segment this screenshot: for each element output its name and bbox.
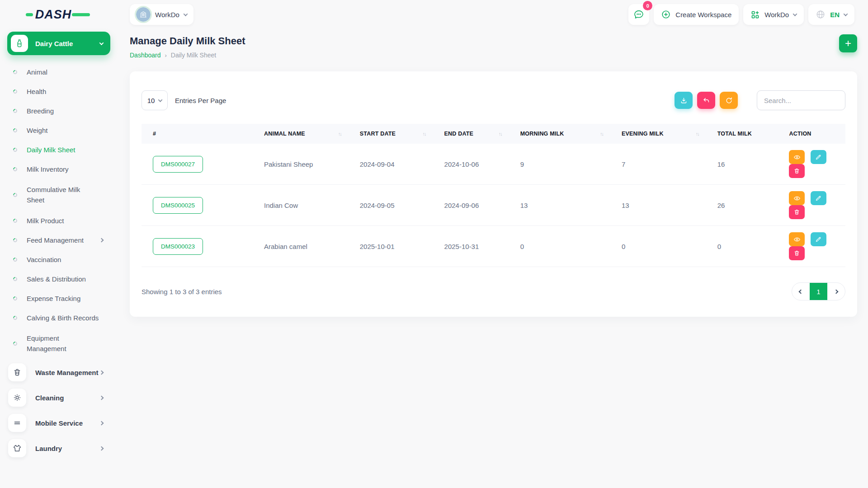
search-input[interactable] bbox=[757, 90, 845, 110]
language-selector[interactable]: EN bbox=[808, 4, 854, 25]
eye-icon bbox=[793, 154, 801, 161]
sidebar-module-cleaning[interactable]: Cleaning bbox=[7, 385, 110, 410]
chat-bubble-icon bbox=[633, 9, 644, 20]
sort-icon[interactable]: ↑↓ bbox=[338, 131, 341, 136]
bullet-icon bbox=[12, 218, 18, 224]
entries-per-page-label: Entries Per Page bbox=[175, 97, 226, 104]
bullet-icon bbox=[12, 89, 18, 94]
sort-icon[interactable]: ↑↓ bbox=[600, 131, 603, 136]
cell-record-id: DMS000025 bbox=[142, 185, 253, 226]
sidebar-item-equipment-management[interactable]: Equipment Management bbox=[7, 328, 110, 360]
edit-button[interactable] bbox=[811, 150, 826, 164]
bullet-icon bbox=[12, 108, 18, 114]
sidebar-module-laundry[interactable]: Laundry bbox=[7, 436, 110, 461]
cell-actions bbox=[778, 226, 845, 267]
col-header-end-date[interactable]: END DATE↑↓ bbox=[433, 124, 509, 144]
delete-button[interactable] bbox=[789, 205, 805, 219]
sidebar-item-sales-distribution[interactable]: Sales & Distribution bbox=[7, 269, 110, 289]
edit-button[interactable] bbox=[811, 191, 826, 205]
view-button[interactable] bbox=[789, 191, 805, 205]
col-header-index: # bbox=[142, 124, 253, 144]
main-content: Manage Daily Milk Sheet Dashboard › Dail… bbox=[116, 33, 868, 488]
bullet-icon bbox=[12, 192, 18, 198]
view-button[interactable] bbox=[789, 150, 805, 164]
sidebar-item-vaccination[interactable]: Vaccination bbox=[7, 250, 110, 269]
pencil-icon bbox=[815, 154, 822, 160]
sidebar-item-feed-management[interactable]: Feed Management bbox=[7, 230, 110, 250]
sidebar-item-health[interactable]: Health bbox=[7, 82, 110, 101]
sort-icon[interactable]: ↑↓ bbox=[499, 131, 502, 136]
chevron-down-icon bbox=[183, 12, 188, 16]
undo-arrow-icon bbox=[703, 97, 710, 104]
cell-total-milk: 16 bbox=[706, 144, 778, 185]
view-button[interactable] bbox=[789, 232, 805, 246]
menu-lines-icon bbox=[8, 414, 26, 432]
col-header-start-date[interactable]: START DATE↑↓ bbox=[349, 124, 433, 144]
language-code: EN bbox=[830, 11, 840, 19]
undo-button[interactable] bbox=[697, 92, 715, 109]
delete-button[interactable] bbox=[789, 164, 805, 178]
pagination-next-button[interactable] bbox=[827, 283, 845, 300]
entries-per-page-value: 10 bbox=[147, 97, 155, 104]
record-id-badge[interactable]: DMS000027 bbox=[153, 156, 203, 173]
bullet-icon bbox=[12, 127, 18, 133]
messages-count-badge: 0 bbox=[643, 1, 652, 10]
sidebar-module-waste-management[interactable]: Waste Management bbox=[7, 360, 110, 385]
sidebar-item-milk-inventory[interactable]: Milk Inventory bbox=[7, 160, 110, 179]
shirt-icon bbox=[8, 439, 26, 457]
sidebar-item-milk-product[interactable]: Milk Product bbox=[7, 211, 110, 230]
sidebar-item-breeding[interactable]: Breeding bbox=[7, 101, 110, 121]
delete-button[interactable] bbox=[789, 246, 805, 260]
bullet-icon bbox=[12, 257, 18, 263]
chevron-down-icon bbox=[158, 98, 163, 102]
sidebar-module-mobile-service[interactable]: Mobile Service bbox=[7, 410, 110, 436]
export-download-button[interactable] bbox=[675, 92, 693, 109]
sun-icon bbox=[8, 389, 26, 407]
pagination-page-1[interactable]: 1 bbox=[810, 283, 827, 300]
sidebar-item-commulative-milk-sheet[interactable]: Commulative Milk Sheet bbox=[7, 179, 110, 211]
breadcrumb-dashboard-link[interactable]: Dashboard bbox=[130, 52, 161, 59]
sort-icon[interactable]: ↑↓ bbox=[696, 131, 699, 136]
chevron-left-icon bbox=[799, 289, 803, 294]
col-header-evening-milk[interactable]: EVENING MILK↑↓ bbox=[610, 124, 706, 144]
cell-start-date: 2025-10-01 bbox=[349, 226, 433, 267]
workspace-selector[interactable]: WorkDo bbox=[130, 4, 193, 25]
refresh-button[interactable] bbox=[720, 92, 738, 109]
sidebar-item-daily-milk-sheet[interactable]: Daily Milk Sheet bbox=[7, 140, 110, 160]
cell-end-date: 2025-10-31 bbox=[433, 226, 509, 267]
workspace-menu-dropdown[interactable]: WorkDo bbox=[743, 4, 804, 25]
sidebar-item-weight[interactable]: Weight bbox=[7, 121, 110, 140]
dash-logo[interactable]: DASH bbox=[26, 8, 90, 22]
sidebar-item-expense-tracking[interactable]: Expense Tracking bbox=[7, 289, 110, 308]
cell-start-date: 2024-09-04 bbox=[349, 144, 433, 185]
cell-animal-name: Pakistani Sheep bbox=[253, 144, 349, 185]
breadcrumb-separator: › bbox=[165, 52, 167, 59]
cell-morning-milk: 9 bbox=[509, 144, 610, 185]
messages-button[interactable]: 0 bbox=[628, 4, 649, 25]
entries-per-page-select[interactable]: 10 bbox=[142, 90, 168, 110]
col-header-animal-name[interactable]: ANIMAL NAME↑↓ bbox=[253, 124, 349, 144]
add-record-button[interactable]: + bbox=[839, 34, 857, 52]
table-row: DMS000023 Arabian camel 2025-10-01 2025-… bbox=[142, 226, 845, 267]
sidebar-module-dairy-cattle[interactable]: Dairy Cattle bbox=[7, 32, 110, 55]
table-row: DMS000027 Pakistani Sheep 2024-09-04 202… bbox=[142, 144, 845, 185]
record-id-badge[interactable]: DMS000023 bbox=[153, 238, 203, 255]
milk-sheet-card: 10 Entries Per Page bbox=[130, 71, 857, 317]
cell-record-id: DMS000023 bbox=[142, 226, 253, 267]
col-header-morning-milk[interactable]: MORNING MILK↑↓ bbox=[509, 124, 610, 144]
edit-button[interactable] bbox=[811, 232, 826, 246]
create-workspace-button[interactable]: Create Workspace bbox=[654, 4, 739, 25]
sort-icon[interactable]: ↑↓ bbox=[423, 131, 426, 136]
chevron-down-icon bbox=[793, 12, 797, 16]
bullet-icon bbox=[12, 147, 18, 153]
pagination-prev-button[interactable] bbox=[792, 283, 810, 300]
col-header-action: ACTION bbox=[778, 124, 845, 144]
record-id-badge[interactable]: DMS000025 bbox=[153, 197, 203, 214]
chevron-down-icon bbox=[99, 41, 104, 45]
sidebar-item-calving-birth-records[interactable]: Calving & Birth Records bbox=[7, 308, 110, 328]
bullet-icon bbox=[12, 276, 18, 282]
top-bar: DASH WorkDo 0 bbox=[0, 0, 868, 29]
sidebar-item-animal[interactable]: Animal bbox=[7, 62, 110, 82]
logo-dash-accent bbox=[26, 13, 33, 16]
cell-morning-milk: 0 bbox=[509, 226, 610, 267]
